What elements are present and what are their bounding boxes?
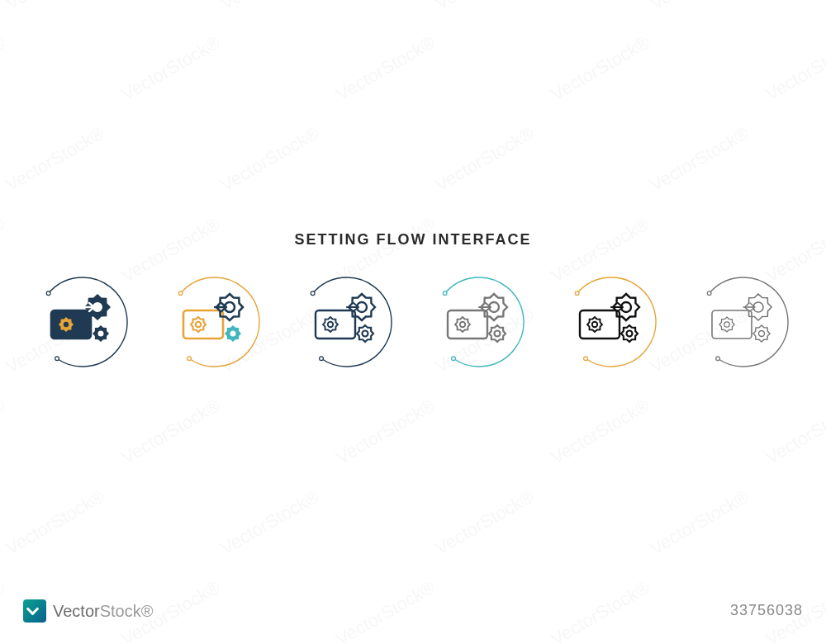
svg-rect-8 — [316, 310, 355, 339]
watermark-text: VectorStock® — [0, 31, 9, 105]
watermark-text: VectorStock® — [547, 31, 653, 105]
svg-point-1 — [55, 357, 59, 361]
outline-teal-icon — [430, 272, 529, 372]
setting-flow-interface-icon — [165, 272, 264, 372]
watermark-text: VectorStock® — [216, 0, 323, 15]
setting-flow-interface-icon — [562, 272, 661, 372]
vectorstock-logo: VectorStock® — [23, 599, 153, 623]
svg-point-16 — [716, 357, 720, 361]
svg-point-13 — [584, 357, 588, 361]
svg-point-6 — [311, 291, 315, 296]
setting-flow-interface-icon — [430, 272, 529, 372]
watermark-text: VectorStock® — [332, 395, 439, 468]
icon-variants-row — [0, 272, 826, 372]
watermark-text: VectorStock® — [2, 122, 108, 196]
watermark-text: VectorStock® — [332, 576, 439, 644]
setting-flow-interface-icon — [694, 272, 793, 372]
outline-navy-icon — [297, 272, 396, 372]
watermark-text: VectorStock® — [762, 31, 826, 105]
svg-rect-5 — [183, 310, 223, 339]
watermark-text: VectorStock® — [117, 395, 224, 468]
icon-set-title: SETTING FLOW INTERFACE — [0, 231, 826, 249]
outline-orange-icon — [562, 272, 661, 372]
vectorstock-mark-icon — [23, 599, 46, 623]
svg-rect-11 — [448, 310, 487, 339]
setting-flow-interface-icon — [297, 272, 396, 372]
svg-point-12 — [575, 291, 579, 296]
brand-prefix: Vector — [53, 602, 100, 620]
watermark-text: VectorStock® — [216, 122, 323, 196]
svg-point-10 — [452, 357, 456, 361]
watermark-text: VectorStock® — [431, 485, 538, 559]
watermark-text: VectorStock® — [2, 0, 108, 15]
svg-point-7 — [320, 357, 324, 361]
setting-flow-interface-icon — [33, 272, 132, 372]
svg-rect-17 — [712, 310, 752, 339]
watermark-text: VectorStock® — [547, 576, 653, 644]
svg-point-15 — [707, 291, 711, 296]
watermark-text: VectorStock® — [431, 122, 538, 196]
watermark-text: VectorStock® — [0, 576, 9, 644]
svg-rect-14 — [580, 310, 620, 339]
watermark-text: VectorStock® — [646, 0, 752, 15]
watermark-text: VectorStock® — [2, 485, 108, 559]
svg-point-4 — [188, 357, 192, 361]
watermark-text: VectorStock® — [216, 485, 323, 559]
filled-navy-orange-icon — [33, 272, 132, 372]
flat-orange-teal-icon — [165, 272, 264, 372]
outline-gray-icon — [694, 272, 793, 372]
watermark-text: VectorStock® — [431, 0, 538, 15]
watermark-text: VectorStock® — [117, 31, 224, 105]
svg-point-3 — [178, 291, 183, 296]
watermark-text: VectorStock® — [762, 395, 826, 468]
watermark-text: VectorStock® — [547, 395, 653, 468]
watermark-text: VectorStock® — [646, 122, 752, 196]
watermark-text: VectorStock® — [646, 485, 752, 559]
stock-image-preview: VectorStock®VectorStock®VectorStock®Vect… — [0, 0, 826, 644]
brand-suffix: Stock® — [100, 602, 154, 620]
watermark-text: VectorStock® — [332, 31, 439, 105]
watermark-text: VectorStock® — [0, 395, 9, 468]
image-id-label: 33756038 — [730, 602, 803, 619]
svg-point-9 — [443, 291, 447, 296]
svg-point-0 — [46, 291, 50, 296]
